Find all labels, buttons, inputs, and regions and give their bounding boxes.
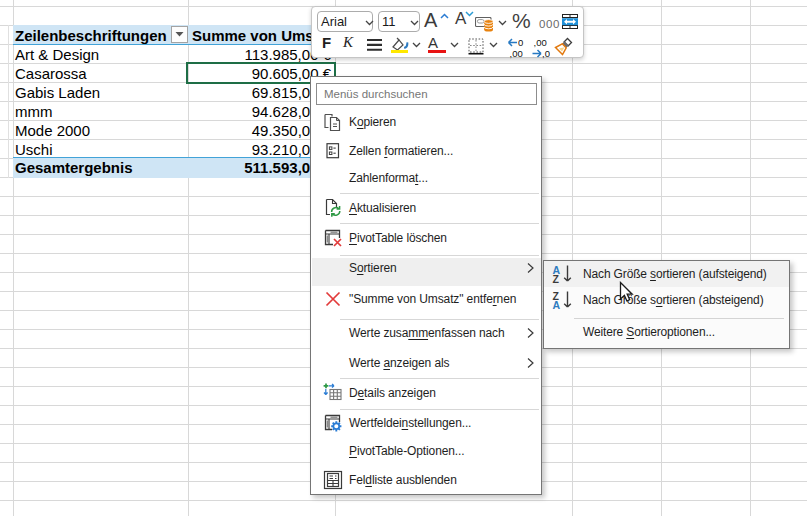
svg-text:,00: ,00 xyxy=(510,48,523,59)
svg-text:0: 0 xyxy=(518,37,523,48)
svg-text:,0: ,0 xyxy=(542,48,550,59)
svg-text:A: A xyxy=(553,299,561,310)
svg-text:Z: Z xyxy=(553,273,560,284)
svg-text:,00: ,00 xyxy=(534,37,547,48)
